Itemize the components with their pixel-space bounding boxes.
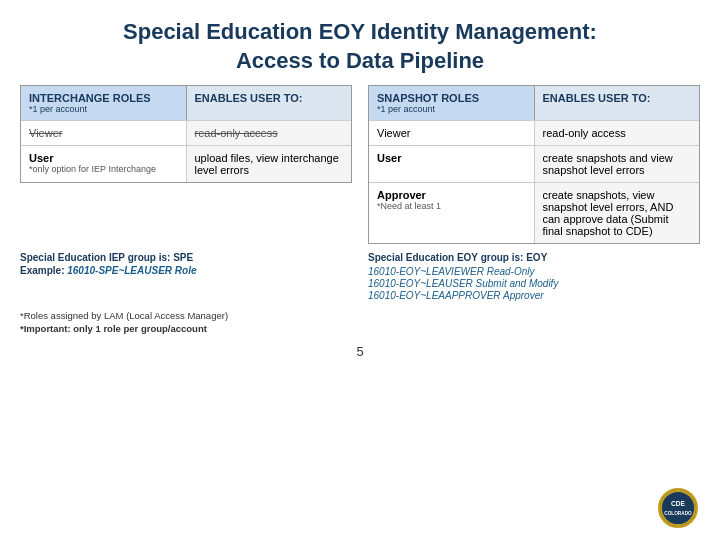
table-row: User create snapshots and view snapshot … — [369, 145, 699, 182]
main-content: INTERCHANGE ROLES *1 per account ENABLES… — [0, 85, 720, 244]
cde-logo-badge: CDE COLORADO — [658, 488, 698, 528]
snapshot-user-label: User — [377, 152, 401, 164]
notes-area: *Roles assigned by LAM (Local Access Man… — [0, 302, 720, 336]
eoy-role-user: 16010-EOY~LEAUSER Submit and Modify — [368, 278, 700, 289]
notes-left: *Roles assigned by LAM (Local Access Man… — [20, 310, 352, 336]
table-row: Approver *Need at least 1 create snapsho… — [369, 182, 699, 243]
bottom-left: Special Education IEP group is: SPE Exam… — [20, 252, 352, 302]
note-one-role: *Important: only 1 role per group/accoun… — [20, 323, 352, 334]
cde-logo: CDE COLORADO — [658, 488, 698, 528]
interchange-viewer-role: Viewer — [21, 121, 187, 145]
title-line2: Access to Data Pipeline — [236, 48, 484, 73]
interchange-col1-sub: *1 per account — [29, 104, 178, 114]
interchange-table: INTERCHANGE ROLES *1 per account ENABLES… — [20, 85, 352, 183]
interchange-viewer-enables: read-only access — [187, 121, 352, 145]
snapshot-user-text: create snapshots and view snapshot level… — [543, 152, 673, 176]
interchange-col1-label: INTERCHANGE ROLES — [29, 92, 151, 104]
title-line1: Special Education EOY Identity Managemen… — [123, 19, 597, 44]
snapshot-roles-section: SNAPSHOT ROLES *1 per account ENABLES US… — [368, 85, 700, 244]
snapshot-approver-role: Approver *Need at least 1 — [369, 183, 535, 243]
snapshot-col2-label: ENABLES USER TO: — [543, 92, 651, 104]
snapshot-approver-label: Approver — [377, 189, 426, 201]
snapshot-viewer-enables: read-only access — [535, 121, 700, 145]
interchange-col2-label: ENABLES USER TO: — [195, 92, 303, 104]
page-title: Special Education EOY Identity Managemen… — [20, 18, 700, 75]
interchange-col2-header: ENABLES USER TO: — [187, 86, 352, 120]
interchange-user-role: User *only option for IEP Interchange — [21, 146, 187, 182]
example-prefix: Example: — [20, 265, 64, 276]
bottom-area: Special Education IEP group is: SPE Exam… — [0, 244, 720, 302]
interchange-user-enables: upload files, view interchange level err… — [187, 146, 352, 182]
snapshot-viewer-role: Viewer — [369, 121, 535, 145]
snapshot-table: SNAPSHOT ROLES *1 per account ENABLES US… — [368, 85, 700, 244]
user-role-note: *only option for IEP Interchange — [29, 164, 178, 174]
snapshot-user-enables: create snapshots and view snapshot level… — [535, 146, 700, 182]
snapshot-viewer-label: Viewer — [377, 127, 410, 139]
snapshot-col1-header: SNAPSHOT ROLES *1 per account — [369, 86, 535, 120]
snapshot-col1-sub: *1 per account — [377, 104, 526, 114]
viewer-enables-text: read-only access — [195, 127, 278, 139]
note-lam: *Roles assigned by LAM (Local Access Man… — [20, 310, 352, 321]
table-row: Viewer read-only access — [21, 120, 351, 145]
svg-text:COLORADO: COLORADO — [664, 511, 692, 516]
svg-point-2 — [661, 491, 695, 525]
example-value: 16010-SPE~LEAUSER Role — [67, 265, 196, 276]
snapshot-col2-header: ENABLES USER TO: — [535, 86, 700, 120]
footer: 5 — [0, 336, 720, 363]
interchange-header-row: INTERCHANGE ROLES *1 per account ENABLES… — [21, 86, 351, 120]
eoy-role-approver: 16010-EOY~LEAAPPROVER Approver — [368, 290, 700, 301]
table-row: Viewer read-only access — [369, 120, 699, 145]
page-number: 5 — [356, 344, 363, 359]
table-row: User *only option for IEP Interchange up… — [21, 145, 351, 182]
viewer-role-label: Viewer — [29, 127, 62, 139]
snapshot-approver-enables: create snapshots, view snapshot level er… — [535, 183, 700, 243]
bottom-right: Special Education EOY group is: EOY 1601… — [368, 252, 700, 302]
iep-group-label: Special Education IEP group is: SPE — [20, 252, 352, 263]
interchange-roles-section: INTERCHANGE ROLES *1 per account ENABLES… — [20, 85, 352, 244]
snapshot-viewer-text: read-only access — [543, 127, 626, 139]
snapshot-header-row: SNAPSHOT ROLES *1 per account ENABLES US… — [369, 86, 699, 120]
example-label: Example: 16010-SPE~LEAUSER Role — [20, 265, 352, 276]
user-role-label: User — [29, 152, 53, 164]
snapshot-col1-label: SNAPSHOT ROLES — [377, 92, 479, 104]
eoy-role-viewer: 16010-EOY~LEAVIEWER Read-Only — [368, 266, 700, 277]
page-header: Special Education EOY Identity Managemen… — [0, 0, 720, 85]
snapshot-user-role: User — [369, 146, 535, 182]
eoy-group-label: Special Education EOY group is: EOY — [368, 252, 700, 263]
interchange-col1-header: INTERCHANGE ROLES *1 per account — [21, 86, 187, 120]
svg-text:CDE: CDE — [671, 500, 686, 507]
snapshot-approver-text: create snapshots, view snapshot level er… — [543, 189, 674, 237]
approver-note: *Need at least 1 — [377, 201, 526, 211]
notes-right — [368, 310, 700, 336]
user-enables-text: upload files, view interchange level err… — [195, 152, 339, 176]
